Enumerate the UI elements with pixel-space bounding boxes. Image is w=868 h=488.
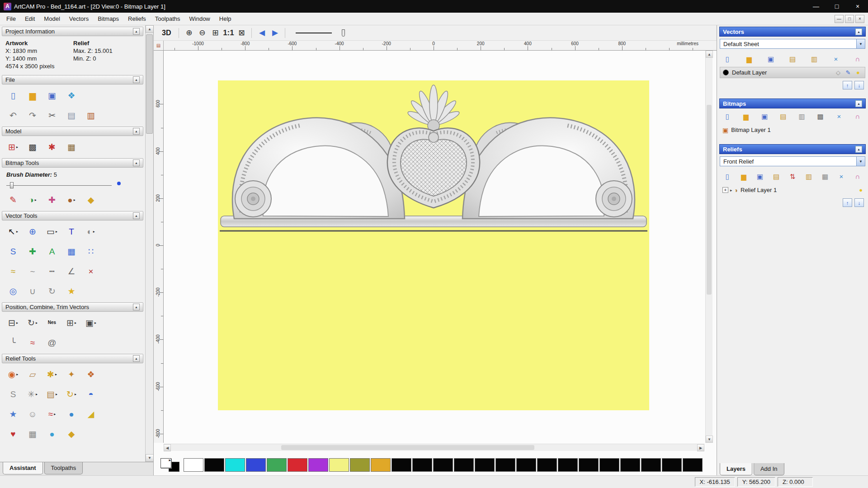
gold-relief-icon[interactable]: ◆ <box>65 427 78 441</box>
palette-swatch-24[interactable] <box>683 458 703 472</box>
palette-swatch-21[interactable] <box>620 458 640 472</box>
transform-vectors-icon[interactable]: ⊕ <box>26 225 39 238</box>
sculpting-icon[interactable]: ✱▸ <box>45 367 59 381</box>
palette-swatch-17[interactable] <box>537 458 557 472</box>
bitmap-texture-icon[interactable]: ◆ <box>84 193 98 206</box>
set-model-size-icon[interactable]: ⊞▸ <box>6 140 20 154</box>
palette-swatch-8[interactable] <box>350 458 370 472</box>
collapse-section-button[interactable]: ▲ <box>855 28 862 35</box>
cut-icon[interactable]: ✂ <box>45 108 59 122</box>
freehand-curve-icon[interactable]: ≈ <box>6 264 20 278</box>
move-layer-down-button[interactable]: ↓ <box>854 198 864 207</box>
toggle-all-vectors-icon[interactable]: ∩ <box>852 54 863 64</box>
palette-swatch-22[interactable] <box>641 458 661 472</box>
maximize-button[interactable]: □ <box>826 0 847 13</box>
palette-swatch-19[interactable] <box>579 458 599 472</box>
tab-layers[interactable]: Layers <box>720 463 752 475</box>
tab-assistant[interactable]: Assistant <box>3 462 43 474</box>
toggle-all-bitmaps-icon[interactable]: ∩ <box>852 111 863 121</box>
chevron-down-icon[interactable]: ▼ <box>856 157 865 166</box>
collapse-section-button[interactable]: ▲ <box>133 212 140 219</box>
turn-relief-icon[interactable]: ▤▸ <box>45 387 59 401</box>
point-distribution-icon[interactable]: ∷ <box>84 244 98 258</box>
vector-layer-row[interactable]: Default Layer ◇✎● <box>720 67 865 78</box>
redo-icon[interactable]: ↷ <box>26 108 39 122</box>
new-vector-layer-icon[interactable]: ▯ <box>722 54 733 64</box>
palette-swatch-11[interactable] <box>412 458 432 472</box>
relief-from-image-icon[interactable]: ▦ <box>65 140 78 154</box>
sheet-select[interactable]: Default Sheet ▼ <box>720 39 865 49</box>
edit-layer-icon[interactable]: ✎ <box>844 69 852 77</box>
collapse-section-button[interactable]: ▲ <box>855 100 862 107</box>
zoom-window-icon[interactable]: ⊞ <box>209 27 221 39</box>
palette-swatch-3[interactable] <box>246 458 266 472</box>
palette-swatch-4[interactable] <box>267 458 287 472</box>
export-model-icon[interactable]: ❖ <box>65 89 78 102</box>
line-width-handle[interactable] <box>342 29 345 37</box>
create-polyline-icon[interactable]: S <box>6 244 20 258</box>
child-close-button[interactable]: × <box>855 15 864 23</box>
collapse-section-button[interactable]: ▲ <box>133 28 140 35</box>
copy-bitmap-layer-icon[interactable]: ▤ <box>778 111 788 121</box>
scroll-up-button[interactable]: ▲ <box>146 25 154 33</box>
copy-icon[interactable]: ▤ <box>65 108 78 122</box>
current-colors-chip[interactable]: ▸ <box>159 458 181 472</box>
palette-swatch-12[interactable] <box>433 458 453 472</box>
relief-layer-row[interactable]: + ▸ ◑ Relief Layer 1 ● <box>720 184 865 196</box>
menu-file[interactable]: File <box>2 13 20 24</box>
collapse-section-button[interactable]: ▲ <box>855 146 862 153</box>
envelope-distort-icon[interactable]: ∪ <box>26 284 39 298</box>
import-relief-icon[interactable]: ▤ <box>771 171 782 181</box>
move-layer-down-button[interactable]: ↓ <box>854 81 864 89</box>
join-vectors-icon[interactable]: @ <box>45 336 59 349</box>
greyscale-preview-icon[interactable]: ▩ <box>26 140 39 154</box>
child-restore-button[interactable]: □ <box>845 15 854 23</box>
chevron-down-icon[interactable]: ▼ <box>856 39 865 48</box>
paste-along-curve-icon[interactable]: ↻▸ <box>26 316 39 329</box>
menu-window[interactable]: Window <box>185 13 215 24</box>
palette-swatch-5[interactable] <box>288 458 307 472</box>
palette-swatch-0[interactable] <box>184 458 203 472</box>
save-vector-layer-icon[interactable]: ▣ <box>765 54 776 64</box>
sphere-relief-icon[interactable]: ● <box>45 427 59 441</box>
tab-toolpaths[interactable]: Toolpaths <box>44 462 83 474</box>
nesting-icon[interactable]: Nes <box>45 316 59 329</box>
scroll-up-button[interactable]: ▲ <box>706 51 713 58</box>
extrude-relief-icon[interactable]: S <box>6 387 20 401</box>
fillet-vectors-icon[interactable]: ≈ <box>26 336 39 349</box>
layer-visibility-bulb-icon[interactable]: ● <box>859 187 863 193</box>
paint-selective-icon[interactable]: ◑▸ <box>26 193 39 206</box>
palette-swatch-9[interactable] <box>371 458 391 472</box>
toggle-all-reliefs-icon[interactable]: ∩ <box>852 171 863 181</box>
palette-swatch-15[interactable] <box>495 458 515 472</box>
new-bitmap-layer-icon[interactable]: ▯ <box>722 111 733 121</box>
clipart-relief-icon[interactable]: ♥ <box>6 427 20 441</box>
zoom-in-icon[interactable]: ⊕ <box>183 27 195 39</box>
model-sheet[interactable] <box>218 80 649 410</box>
scrollbar-thumb[interactable] <box>146 34 153 134</box>
menu-model[interactable]: Model <box>39 13 64 24</box>
new-sheet-icon[interactable]: ▥ <box>809 54 820 64</box>
smooth-polyline-icon[interactable]: ~ <box>26 264 39 278</box>
scrollbar-thumb[interactable] <box>281 445 534 450</box>
group-merge-icon[interactable]: ▣▸ <box>84 316 98 329</box>
menu-toolpaths[interactable]: Toolpaths <box>151 13 185 24</box>
save-relief-layer-icon[interactable]: ▣ <box>755 171 765 181</box>
collapse-section-button[interactable]: ▲ <box>133 128 140 135</box>
adjust-lighting-icon[interactable]: ✱ <box>45 140 59 154</box>
collapse-section-button[interactable]: ▲ <box>133 76 140 83</box>
colour-picker-icon[interactable]: ✚ <box>45 193 59 206</box>
layer-bulb-icon[interactable]: ● <box>854 69 862 77</box>
canvas-horizontal-scrollbar[interactable]: ◀ ▶ <box>164 444 704 451</box>
open-model-icon[interactable]: ▆ <box>26 89 39 102</box>
import-sheet-icon[interactable]: ▤ <box>787 54 798 64</box>
new-relief-layer-icon[interactable]: ▯ <box>722 171 733 181</box>
palette-swatch-7[interactable] <box>329 458 349 472</box>
shape-editor-icon[interactable]: ◉▸ <box>6 367 20 381</box>
menu-vectors[interactable]: Vectors <box>65 13 93 24</box>
delete-relief-layer-icon[interactable]: × <box>836 171 847 181</box>
tab-add-in[interactable]: Add In <box>754 463 784 475</box>
face-wizard-icon[interactable]: ☺ <box>26 407 39 421</box>
trim-vectors-icon[interactable]: ╰ <box>6 336 20 349</box>
paint-icon[interactable]: ✎ <box>6 193 20 206</box>
